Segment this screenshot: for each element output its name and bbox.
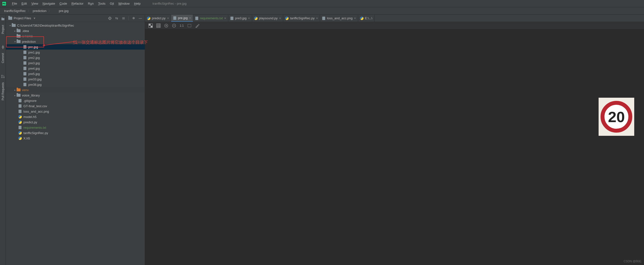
tree-file-pre4[interactable]: pre4.jpg: [6, 66, 145, 71]
menu-file[interactable]: File: [10, 2, 19, 5]
svg-point-9: [110, 18, 110, 19]
tree-file-xh5[interactable]: X.h5: [6, 136, 145, 141]
close-icon[interactable]: ×: [189, 16, 191, 20]
svg-rect-20: [156, 24, 160, 28]
fit-icon[interactable]: [187, 24, 192, 28]
tree-label: pre38.jpg: [28, 83, 42, 87]
tree-folder-voice[interactable]: ▸voice_library: [6, 93, 145, 98]
zoom-out-icon[interactable]: [172, 24, 176, 28]
tree-label: pre2.jpg: [28, 56, 40, 60]
crumb-mid[interactable]: prediction: [32, 9, 48, 13]
rail-project[interactable]: Project: [1, 23, 5, 36]
tree-label: pre33.jpg: [28, 77, 42, 81]
image-canvas[interactable]: 20: [145, 29, 644, 265]
crumb-sep-icon: 〉: [27, 9, 32, 13]
zoom-ratio[interactable]: 1:1: [180, 24, 184, 28]
menu-run[interactable]: Run: [86, 2, 96, 5]
tab-label: E:\...\: [365, 16, 372, 20]
tree-file-requirements[interactable]: requirements.txt: [6, 125, 145, 130]
tab-playsound[interactable]: playsound.py×: [252, 15, 283, 22]
app-icon: PC: [2, 2, 6, 6]
svg-point-6: [2, 77, 2, 78]
python-icon: [147, 17, 150, 20]
tree-file-gtfinal[interactable]: GT-final_test.csv: [6, 103, 145, 109]
zoom-in-icon[interactable]: [164, 24, 168, 28]
pull-requests-tool-icon[interactable]: [1, 75, 5, 78]
tree-file-pre5[interactable]: pre5.jpg: [6, 71, 145, 76]
menu-edit[interactable]: Edit: [19, 2, 29, 5]
locate-icon[interactable]: [108, 16, 112, 20]
traffic-sign: 20: [600, 101, 632, 133]
grid-icon[interactable]: [156, 24, 161, 28]
svg-rect-30: [188, 24, 191, 27]
tab-requirements[interactable]: requirements.txt×: [193, 15, 228, 22]
close-icon[interactable]: ×: [248, 16, 250, 20]
tree-label: tanfficSignRec.py: [24, 131, 48, 135]
svg-rect-19: [150, 26, 152, 28]
expand-all-icon[interactable]: [115, 16, 119, 20]
tree-root[interactable]: ▾C:\Users\47382\Desktop\tranfficSignRec: [6, 23, 145, 28]
tree-file-tansign[interactable]: tanfficSignRec.py: [6, 130, 145, 136]
tree-folder-idea[interactable]: ▸.idea: [6, 28, 145, 34]
tab-predict[interactable]: predict.py×: [145, 15, 171, 22]
color-picker-icon[interactable]: [195, 24, 200, 28]
menu-tools[interactable]: Tools: [96, 2, 108, 5]
menu-navigate[interactable]: Navigate: [40, 2, 57, 5]
crumb-leaf[interactable]: pre.jpg: [52, 9, 70, 13]
close-icon[interactable]: ×: [279, 16, 281, 20]
tree-folder-gtsrb[interactable]: GTSRB: [6, 34, 145, 39]
tab-tanffic[interactable]: tanfficSignRec.py×: [283, 15, 320, 22]
tree-label: pre5.jpg: [28, 72, 40, 76]
rail-commit[interactable]: Commit: [1, 51, 5, 66]
menu-window[interactable]: Window: [116, 2, 132, 5]
commit-tool-icon[interactable]: [1, 45, 5, 49]
menu-code[interactable]: Code: [57, 2, 69, 5]
minimize-icon[interactable]: —: [138, 16, 142, 20]
svg-rect-1: [2, 18, 3, 18]
close-icon[interactable]: ×: [316, 16, 318, 20]
tab-lossacc[interactable]: loss_and_acc.png×: [320, 15, 358, 22]
collapse-all-icon[interactable]: [122, 16, 126, 20]
tree-file-pre38[interactable]: pre38.jpg: [6, 82, 145, 87]
tree-label: pre3.jpg: [28, 61, 40, 65]
crumb-root[interactable]: tranfficSignRec: [3, 9, 27, 13]
close-icon[interactable]: ×: [354, 16, 356, 20]
tree-file-pre3[interactable]: pre3.jpg: [6, 60, 145, 66]
sidebar-title[interactable]: Project Files: [14, 16, 31, 20]
tab-pre[interactable]: pre.jpg×: [171, 15, 193, 22]
tree-folder-prediction[interactable]: ▾prediction: [6, 39, 145, 44]
dropdown-caret-icon[interactable]: ▾: [34, 16, 36, 20]
tab-external[interactable]: E:\...\: [358, 15, 374, 22]
tree-file-gitignore[interactable]: .gitignore: [6, 98, 145, 103]
menu-git[interactable]: Git: [108, 2, 116, 5]
tab-pre3[interactable]: pre3.jpg×: [228, 15, 252, 22]
menu-help[interactable]: Help: [132, 2, 143, 5]
settings-icon[interactable]: ✲: [132, 16, 136, 20]
image-icon: [230, 17, 234, 20]
menu-refactor[interactable]: Refactor: [69, 2, 86, 5]
python-icon: [254, 17, 258, 20]
tree-label: prediction: [22, 40, 36, 44]
checkerboard-icon[interactable]: [148, 24, 153, 28]
sidebar-header: Project Files ▾ ✲ —: [6, 15, 145, 22]
tree-folder-venv[interactable]: ▸venv: [6, 87, 145, 93]
close-icon[interactable]: ×: [224, 16, 226, 20]
tree-file-pre33[interactable]: pre33.jpg: [6, 76, 145, 82]
menu-view[interactable]: View: [29, 2, 40, 5]
svg-point-7: [4, 77, 4, 78]
close-icon[interactable]: ×: [167, 16, 169, 20]
tree-file-lossacc[interactable]: loss_and_acc.png: [6, 109, 145, 114]
tree-file-modelh5[interactable]: model.h5: [6, 114, 145, 119]
project-tool-icon[interactable]: [1, 17, 5, 21]
tree-file-pre1[interactable]: pre1.jpg: [6, 50, 145, 55]
breadcrumb: tranfficSignRec 〉 prediction 〉 pre.jpg: [0, 7, 644, 15]
tree-file-predictpy[interactable]: predict.py: [6, 119, 145, 125]
svg-point-2: [2, 46, 4, 48]
file-tree[interactable]: ▾C:\Users\47382\Desktop\tranfficSignRec …: [6, 22, 145, 265]
rail-pull-requests[interactable]: Pull Requests: [1, 80, 5, 103]
tree-file-pre2[interactable]: pre2.jpg: [6, 55, 145, 60]
tree-label: GTSRB: [22, 35, 33, 38]
tree-file-pre[interactable]: pre.jpg: [6, 44, 145, 50]
tree-label: .idea: [22, 29, 29, 33]
svg-point-5: [2, 75, 2, 76]
